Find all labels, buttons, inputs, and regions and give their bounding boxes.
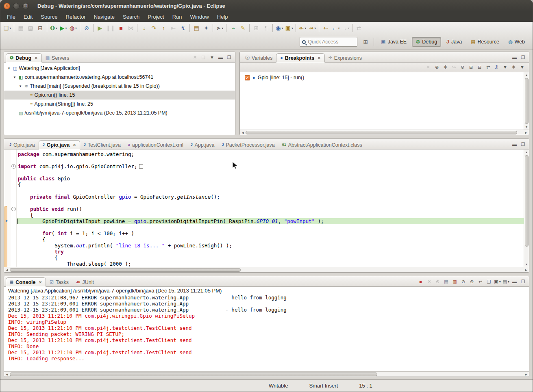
perspective-resource[interactable]: ▤Resource (467, 37, 503, 46)
expand-fold-icon[interactable]: + (11, 164, 16, 169)
horizontal-scrollbar[interactable]: ◀ ▶ (240, 130, 529, 135)
close-button[interactable]: ✕ (4, 3, 10, 9)
annotation-column[interactable]: ➤ (4, 149, 11, 267)
debug-tree-item[interactable]: ≡Gpio.run() line: 15 (4, 91, 235, 100)
scroll-down-icon[interactable]: ▼ (524, 262, 529, 267)
collapse-fold-icon[interactable]: − (11, 207, 16, 211)
menu-edit[interactable]: Edit (20, 12, 37, 22)
menu-navigate[interactable]: Navigate (90, 12, 119, 22)
scroll-up-icon[interactable]: ▲ (524, 149, 529, 155)
scroll-left-icon[interactable]: ◀ (4, 267, 10, 273)
maximize-button[interactable]: ❐ (519, 277, 527, 286)
scroll-lock-button[interactable]: ⊜ (468, 277, 476, 286)
minimize-button[interactable]: ▬ (510, 277, 519, 286)
minimize-button[interactable]: ▬ (216, 53, 225, 61)
expand-all-button[interactable]: ⊞ (467, 63, 475, 71)
expand-arrow-icon[interactable]: ▾ (12, 75, 17, 79)
scroll-up-icon[interactable]: ▲ (524, 72, 529, 78)
code-area[interactable]: package com.supermanhamuerto.watering;im… (17, 149, 524, 267)
debug-tree-item[interactable]: ≡App.main(String[]) line: 25 (4, 100, 235, 108)
scrollbar-thumb[interactable] (10, 268, 241, 272)
tab-expressions[interactable]: ✛Expressions (325, 53, 365, 63)
menu-help[interactable]: Help (213, 12, 232, 22)
scroll-down-icon[interactable]: ▼ (524, 124, 529, 130)
new-package-button[interactable]: ▣▾ (284, 23, 294, 33)
scrollbar-thumb[interactable] (525, 155, 529, 247)
print-button[interactable]: ⊟ (35, 23, 45, 33)
minimize-button[interactable]: ▬ (510, 53, 519, 61)
link-with-debug-view-button[interactable]: ⇄ (484, 63, 492, 71)
debug-tree-item[interactable]: ▤/usr/lib/jvm/java-7-openjdk/bin/java (D… (4, 108, 235, 117)
scroll-left-icon[interactable]: ◀ (4, 372, 10, 377)
tab-abstractapplicationcontext-class[interactable]: 01AbstractApplicationContext.class (278, 140, 366, 149)
tab-breakpoints[interactable]: ●Breakpoints✕ (276, 53, 324, 63)
expand-arrow-icon[interactable]: ▾ (7, 66, 11, 70)
menu-search[interactable]: Search (119, 12, 144, 22)
debug-tree-item[interactable]: ▾◧com.supermanhamuerto.watering.App at l… (4, 73, 235, 82)
maximize-button[interactable]: ❐ (519, 53, 527, 61)
use-step-filters-button[interactable]: ↯ (178, 23, 188, 33)
scroll-right-icon[interactable]: ▶ (523, 130, 529, 135)
perspective-java[interactable]: JJava (443, 37, 466, 46)
terminate-button[interactable]: ■ (416, 277, 425, 286)
menu-run[interactable]: Run (168, 12, 186, 22)
close-icon[interactable]: ✕ (73, 143, 76, 147)
fold-column[interactable]: +− (11, 149, 17, 267)
expand-arrow-icon[interactable]: ▾ (18, 84, 23, 88)
back-button[interactable]: ←▾ (331, 23, 340, 33)
menu-file[interactable]: File (3, 12, 20, 22)
view-menu-button[interactable]: ▼ (518, 63, 526, 71)
new-wizard-button[interactable]: ❏▾ (2, 23, 12, 33)
perspective-debug[interactable]: ❂Debug (412, 37, 441, 47)
horizontal-scrollbar[interactable]: ◀ ▶ (4, 371, 529, 377)
maximize-button[interactable]: ❐ (519, 140, 527, 148)
search-button[interactable]: ✦ (201, 23, 211, 33)
mark-occurrences-button[interactable]: ✎ (238, 23, 248, 33)
scroll-right-icon[interactable]: ▶ (523, 372, 529, 377)
open-console-button[interactable]: ▤▾ (502, 277, 510, 286)
vertical-scrollbar[interactable]: ▲ ▼ (524, 72, 529, 130)
tab-console[interactable]: ≣Console✕ (6, 277, 46, 287)
scrollbar-thumb[interactable] (525, 78, 529, 124)
resume-button[interactable]: ▶ (95, 23, 105, 33)
scroll-right-icon[interactable]: ▶ (523, 267, 529, 273)
tab-debug[interactable]: ❂Debug✕ (6, 53, 42, 63)
new-class-button[interactable]: ◉▾ (274, 23, 284, 33)
pin-console-button[interactable]: ⊙ (459, 277, 468, 286)
scroll-left-icon[interactable]: ◀ (240, 130, 246, 135)
tab-app-java[interactable]: JApp.java (187, 140, 218, 149)
word-wrap-button[interactable]: ↩ (476, 277, 485, 286)
minimize-button[interactable]: – (13, 3, 20, 9)
tab-servers[interactable]: ▥Servers (42, 53, 73, 63)
show-console-on-error-button[interactable]: ▥ (450, 277, 459, 286)
tab-variables[interactable]: ⓧVariables (241, 53, 276, 63)
menu-project[interactable]: Project (144, 12, 168, 22)
console-output[interactable]: 2013-12-15 23:21:08,967 ERROR supermanha… (4, 295, 529, 371)
remove-all-breakpoints-button[interactable]: ⊗ (433, 63, 441, 71)
coverage-button[interactable]: ◍▾ (68, 23, 78, 33)
tab-gpio-java[interactable]: JGpio.java (6, 140, 39, 149)
open-task-button[interactable]: ▤ (191, 23, 201, 33)
step-over-button[interactable]: ↷ (149, 23, 159, 33)
last-edit-location-button[interactable]: ⇠ (321, 23, 331, 33)
menu-refactor[interactable]: Refactor (62, 12, 90, 22)
scrollbar-thumb[interactable] (246, 131, 517, 134)
terminate-button[interactable]: ■ (116, 23, 126, 33)
add-java-exception-breakpoint-button[interactable]: J! (492, 63, 501, 71)
perspective-web[interactable]: ◍Web (505, 37, 529, 46)
skip-all-breakpoints-button[interactable]: ⊘ (458, 63, 467, 71)
skip-all-breakpoints-button[interactable]: ⊘ (82, 23, 91, 33)
breakpoints-menu-button[interactable]: ▼ (501, 63, 509, 71)
plug-button[interactable]: ⌁ (228, 23, 238, 33)
menu-source[interactable]: Source (37, 12, 61, 22)
debug-button[interactable]: ❂▾ (49, 23, 59, 33)
run-button[interactable]: ▶▾ (59, 23, 68, 33)
show-console-on-output-button[interactable]: ▤ (442, 277, 450, 286)
step-return-button[interactable]: ↑ (159, 23, 168, 33)
scrollbar-thumb[interactable] (10, 373, 377, 376)
step-into-button[interactable]: ↓ (139, 23, 149, 33)
close-icon[interactable]: ✕ (318, 56, 321, 60)
display-selected-console-button[interactable]: ▣▾ (493, 277, 502, 286)
minimize-button[interactable]: ▬ (510, 140, 519, 148)
tab-testclient-java[interactable]: JTestClient.java (80, 140, 124, 149)
